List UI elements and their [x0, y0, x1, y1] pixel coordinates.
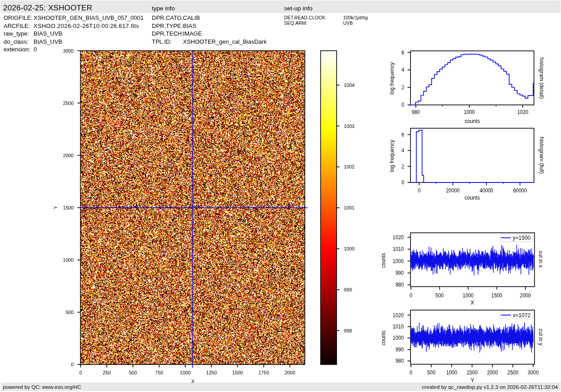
svg-text:0: 0 — [418, 187, 420, 194]
svg-text:2500: 2500 — [63, 100, 74, 106]
svg-text:histogram (detail): histogram (detail) — [538, 57, 545, 99]
svg-text:BIAS_UVB: BIAS_UVB — [34, 38, 63, 45]
svg-text:998: 998 — [344, 328, 352, 333]
svg-text:y=1500: y=1500 — [513, 235, 531, 241]
svg-text:1003: 1003 — [344, 123, 355, 129]
svg-text:6: 6 — [401, 132, 404, 138]
svg-text:counts: counts — [380, 253, 387, 268]
svg-text:2: 2 — [401, 84, 404, 91]
svg-text:1002: 1002 — [344, 164, 355, 169]
svg-text:0: 0 — [410, 369, 412, 376]
svg-text:1500: 1500 — [491, 292, 502, 299]
svg-text:0: 0 — [71, 362, 74, 367]
svg-text:2026-02-25: XSHOOTER: 2026-02-25: XSHOOTER — [3, 4, 92, 12]
svg-text:1000: 1000 — [464, 109, 475, 115]
svg-text:DET.READ.CLOCK:: DET.READ.CLOCK: — [284, 15, 327, 20]
svg-text:500: 500 — [435, 292, 444, 299]
svg-text:500: 500 — [66, 310, 74, 315]
svg-text:4: 4 — [401, 67, 404, 73]
svg-text:60000: 60000 — [513, 187, 527, 194]
svg-text:histogram (full): histogram (full) — [538, 137, 545, 174]
svg-text:0: 0 — [401, 179, 404, 186]
svg-text:1750: 1750 — [258, 370, 269, 375]
svg-text:XSHOOTER_gen_cal_BiasDark: XSHOOTER_gen_cal_BiasDark — [183, 38, 267, 45]
svg-text:1500: 1500 — [466, 369, 478, 376]
svg-text:980: 980 — [396, 282, 404, 288]
svg-text:extension:: extension: — [4, 46, 30, 53]
svg-text:1000: 1000 — [393, 258, 404, 264]
svg-text:1000: 1000 — [180, 370, 191, 375]
svg-text:980: 980 — [412, 109, 420, 115]
svg-text:3000: 3000 — [528, 369, 539, 376]
svg-text:2000: 2000 — [63, 153, 74, 158]
svg-text:XSHOOTER_GEN_BIAS_UVB_057_0001: XSHOOTER_GEN_BIAS_UVB_057_0001 — [34, 14, 144, 21]
svg-text:250: 250 — [103, 370, 111, 375]
svg-text:1000: 1000 — [344, 246, 355, 251]
svg-text:type info: type info — [152, 5, 175, 12]
svg-text:1020: 1020 — [393, 234, 404, 241]
svg-text:1010: 1010 — [393, 246, 404, 252]
svg-text:log frequency: log frequency — [389, 62, 395, 95]
svg-text:cut in y: cut in y — [538, 329, 544, 346]
svg-text:1004: 1004 — [344, 82, 355, 88]
svg-text:log frequency: log frequency — [389, 140, 395, 172]
svg-text:TPL.ID:: TPL.ID: — [152, 38, 172, 45]
svg-text:BIAS_UVB: BIAS_UVB — [34, 30, 63, 37]
svg-text:counts: counts — [465, 118, 480, 124]
svg-text:1020: 1020 — [517, 109, 529, 115]
svg-text:990: 990 — [396, 270, 404, 276]
svg-text:ORIGFILE:: ORIGFILE: — [4, 14, 32, 21]
svg-text:2000: 2000 — [284, 370, 295, 375]
svg-text:1020: 1020 — [393, 312, 404, 319]
svg-text:0: 0 — [79, 370, 82, 375]
svg-text:1000: 1000 — [393, 335, 404, 341]
svg-text:created by qc_rawdisp.py v1.2.: created by qc_rawdisp.py v1.2.3 on 2026-… — [422, 384, 558, 390]
svg-text:1001: 1001 — [344, 205, 355, 210]
svg-text:counts: counts — [380, 331, 387, 346]
svg-text:100k/1pt/hg: 100k/1pt/hg — [343, 15, 368, 20]
svg-text:IMAGE: IMAGE — [183, 30, 202, 37]
svg-text:2000: 2000 — [520, 292, 531, 299]
svg-text:999: 999 — [344, 287, 352, 292]
svg-text:40000: 40000 — [479, 187, 493, 194]
svg-text:X: X — [191, 378, 195, 384]
svg-text:20000: 20000 — [446, 187, 460, 194]
svg-text:500: 500 — [427, 369, 436, 376]
svg-text:3000: 3000 — [63, 48, 74, 54]
svg-text:1500: 1500 — [63, 205, 74, 210]
svg-text:4: 4 — [401, 147, 404, 154]
svg-text:6: 6 — [401, 50, 404, 56]
svg-text:powered by QC: www.eso.org/HC: powered by QC: www.eso.org/HC — [3, 384, 81, 390]
svg-text:UVB: UVB — [343, 20, 353, 26]
svg-text:set-up info: set-up info — [284, 5, 313, 12]
svg-text:counts: counts — [465, 195, 480, 201]
svg-text:1250: 1250 — [206, 370, 217, 375]
svg-text:1000: 1000 — [446, 369, 457, 376]
svg-text:0: 0 — [401, 102, 404, 108]
svg-text:SEQ.ARM:: SEQ.ARM: — [284, 20, 307, 26]
svg-text:X: X — [470, 300, 474, 306]
svg-text:1000: 1000 — [463, 292, 474, 299]
svg-text:2: 2 — [401, 164, 404, 170]
svg-text:XSHOO.2026-02-26T10:00:26.617.: XSHOO.2026-02-26T10:00:26.617.fits — [34, 23, 139, 29]
svg-text:0: 0 — [410, 292, 412, 299]
svg-text:2500: 2500 — [507, 369, 519, 376]
svg-text:do_class:: do_class: — [4, 38, 28, 45]
svg-text:Y: Y — [470, 377, 474, 383]
svg-text:DPR.TECH:: DPR.TECH: — [152, 30, 183, 37]
svg-text:980: 980 — [396, 358, 404, 364]
svg-text:1010: 1010 — [393, 324, 404, 330]
svg-text:DPR.CATG:: DPR.CATG: — [152, 14, 183, 21]
svg-text:1500: 1500 — [232, 370, 243, 375]
svg-text:2000: 2000 — [487, 369, 498, 376]
svg-text:Y: Y — [53, 205, 58, 209]
svg-text:raw_type:: raw_type: — [4, 30, 29, 37]
svg-text:990: 990 — [396, 346, 404, 353]
svg-text:750: 750 — [155, 370, 163, 375]
svg-text:x=1072: x=1072 — [513, 312, 531, 319]
svg-text:1000: 1000 — [63, 257, 74, 263]
svg-text:ARCFILE:: ARCFILE: — [4, 23, 30, 29]
svg-text:DPR.TYPE:: DPR.TYPE: — [152, 23, 183, 29]
svg-text:BIAS: BIAS — [183, 23, 196, 29]
svg-text:cut in x: cut in x — [538, 251, 544, 268]
